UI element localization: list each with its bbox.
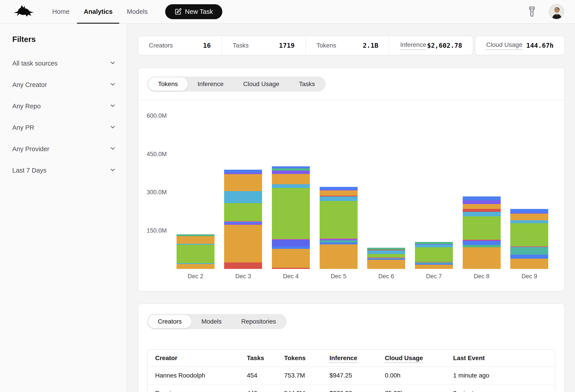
column-header-inference[interactable]: Inference	[322, 354, 377, 362]
breakdown-table-card: CreatorsModelsRepositories CreatorTasksT…	[138, 304, 565, 392]
cell-last-event: 1 minute ago	[446, 372, 555, 379]
creators-table: CreatorTasksTokensInferenceCloud UsageLa…	[147, 349, 555, 392]
bar-column-dec-8	[458, 100, 505, 269]
filters-title: Filters	[12, 35, 116, 44]
bar-segment-orange	[510, 259, 548, 269]
x-axis-label-dec-2: Dec 2	[172, 273, 219, 280]
stat-value: $2,602.78	[427, 42, 462, 49]
x-axis-label-dec-8: Dec 8	[458, 273, 505, 280]
table-row-1[interactable]: Hannes Roodolph454753.7M$947.250.00h1 mi…	[147, 367, 555, 385]
bar-segment-skyblue	[463, 212, 501, 216]
stacked-bar-dec-2[interactable]	[177, 234, 215, 269]
nav-item-models[interactable]: Models	[120, 0, 155, 23]
chevron-down-icon	[109, 124, 116, 131]
stacked-bar-dec-9[interactable]	[510, 209, 548, 269]
bar-segment-seagreen	[177, 234, 215, 236]
stacked-bar-dec-7[interactable]	[415, 242, 453, 269]
flashlight-icon[interactable]	[527, 6, 537, 17]
stat-label[interactable]: Cloud Usage	[486, 41, 522, 50]
user-avatar[interactable]	[549, 4, 564, 19]
bar-column-dec-7	[410, 100, 458, 269]
filter-dropdown-any-creator[interactable]: Any Creator	[12, 74, 116, 95]
filter-dropdown-any-pr[interactable]: Any PR	[12, 117, 116, 138]
stat-label[interactable]: Inference	[400, 41, 426, 50]
bar-segment-skyblue	[320, 196, 358, 201]
cell-cloud-usage: 0.00h	[377, 372, 446, 379]
table-tab-repositories[interactable]: Repositories	[232, 315, 286, 328]
bar-segment-orange	[224, 174, 262, 191]
column-header-label: Cloud Usage	[385, 354, 423, 363]
table-tab-creators[interactable]: Creators	[148, 315, 192, 328]
bar-segment-green	[367, 254, 405, 258]
chevron-down-icon	[109, 145, 116, 153]
stat-tasks: Tasks1719	[222, 36, 306, 55]
x-axis-label-dec-9: Dec 9	[505, 273, 553, 280]
new-task-button[interactable]: New Task	[165, 4, 222, 19]
column-header-creator: Creator	[147, 354, 239, 362]
stat-cloud-usage: Cloud Usage144.67h	[476, 36, 564, 55]
cell-tasks: 440	[239, 390, 277, 392]
bar-segment-red	[224, 262, 262, 269]
y-axis-tick-300.0M: 300.0M	[147, 189, 167, 196]
chart-tab-inference[interactable]: Inference	[188, 77, 234, 91]
stat-label: Tasks	[233, 42, 249, 49]
filter-dropdown-last-7-days[interactable]: Last 7 Days	[12, 160, 116, 181]
stacked-bar-dec-5[interactable]	[320, 187, 358, 269]
filter-dropdown-all-task-sources[interactable]: All task sources	[12, 53, 116, 74]
bar-segment-blue	[320, 187, 358, 190]
stacked-bar-chart: 150.0M300.0M450.0M600.0M	[138, 100, 564, 269]
cell-creator: Hannes Roodolph	[147, 372, 239, 379]
bar-column-dec-4	[267, 100, 315, 269]
column-header-tokens: Tokens	[277, 354, 322, 362]
filter-dropdown-any-repo[interactable]: Any Repo	[12, 95, 116, 117]
bar-segment-indigo	[272, 240, 310, 246]
column-header-label: Last Event	[453, 354, 485, 361]
bar-column-dec-2	[172, 100, 219, 269]
bar-segment-orange	[320, 244, 358, 269]
bar-segment-teal	[510, 247, 548, 255]
bar-segment-skyblue	[367, 250, 405, 254]
chart-tab-bar: TokensInferenceCloud UsageTasks	[138, 68, 564, 100]
column-header-label: Tasks	[247, 354, 264, 361]
filter-label: Any Repo	[12, 103, 41, 110]
chart-tab-tasks[interactable]: Tasks	[289, 77, 325, 91]
bar-segment-red	[463, 209, 501, 212]
stacked-bar-dec-8[interactable]	[463, 196, 501, 269]
stat-tokens: Tokens2.1B	[306, 36, 389, 55]
column-header-cloud-usage[interactable]: Cloud Usage	[377, 354, 446, 362]
bar-segment-seagreen	[463, 245, 501, 247]
bar-column-dec-9	[505, 100, 553, 269]
bar-segment-skyblue	[415, 245, 453, 247]
nav-item-home[interactable]: Home	[45, 0, 76, 23]
y-axis-tick-150.0M: 150.0M	[147, 227, 167, 234]
table-tab-models[interactable]: Models	[192, 315, 231, 328]
chevron-down-icon	[109, 167, 116, 174]
bar-segment-green	[415, 247, 453, 262]
cell-tokens: 544.3M	[277, 390, 322, 392]
filter-label: Any Provider	[12, 145, 49, 153]
cell-cloud-usage: 75.23h	[377, 390, 446, 392]
stacked-bar-dec-6[interactable]	[367, 248, 405, 269]
filter-dropdown-any-provider[interactable]: Any Provider	[12, 138, 116, 160]
stat-inference: Inference$2,602.78	[389, 36, 473, 55]
x-axis-label-dec-7: Dec 7	[410, 273, 458, 280]
bar-segment-blue	[463, 196, 501, 200]
stat-value: 2.1B	[363, 42, 378, 49]
kangaroo-logo[interactable]	[13, 4, 34, 19]
table-row-2[interactable]: Rooviewer440544.3M$376.2875.23h3 minutes…	[147, 385, 555, 392]
stats-summary-row: Creators16Tasks1719Tokens2.1BInference$2…	[138, 36, 565, 55]
bar-segment-green	[510, 223, 548, 246]
chart-tab-cloud-usage[interactable]: Cloud Usage	[233, 77, 289, 91]
chevron-down-icon	[109, 81, 116, 88]
column-header-label: Inference	[330, 354, 357, 363]
stacked-bar-dec-4[interactable]	[272, 166, 310, 269]
bar-segment-skyblue	[224, 191, 262, 203]
stacked-bar-dec-3[interactable]	[224, 170, 262, 269]
new-task-label: New Task	[185, 8, 213, 15]
nav-item-analytics[interactable]: Analytics	[76, 0, 120, 23]
bar-column-dec-3	[219, 100, 267, 269]
bar-segment-skyblue	[510, 220, 548, 223]
chart-tab-tokens[interactable]: Tokens	[148, 77, 188, 91]
cell-tokens: 753.7M	[277, 372, 322, 379]
column-header-last-event: Last Event	[446, 354, 555, 362]
